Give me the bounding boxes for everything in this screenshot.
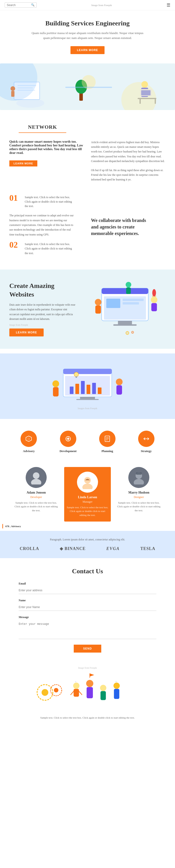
create-section: Create Amazing Websites Duis aute irure …: [0, 270, 175, 349]
svg-rect-30: [118, 321, 132, 324]
svg-rect-49: [80, 397, 95, 399]
team-section: Adam Jonson Developer Sample text. Click…: [0, 460, 175, 529]
collab-section: We collaborate with brands and agencies …: [82, 194, 166, 260]
partner-crolla: CROLLA: [20, 546, 39, 551]
search-input[interactable]: [7, 3, 30, 7]
services-section: ⬡ Advisory Development Planning Strategy: [0, 424, 175, 460]
marry-avatar: [128, 467, 149, 488]
svg-rect-91: [87, 687, 93, 698]
advisory-badge-label: Advisory: [11, 525, 21, 528]
linda-role: Manager: [66, 500, 109, 504]
svg-rect-87: [74, 689, 79, 697]
svg-rect-81: [136, 472, 142, 475]
strategy-label: Strategy: [138, 449, 154, 453]
linda-name: Linda Larson: [66, 495, 109, 499]
partner-binance: ◈ BINANCE: [60, 546, 86, 551]
footer-svg-area: ↑ ↑: [5, 672, 170, 713]
advisory-icon: ⬡: [21, 431, 37, 447]
svg-text:⬡: ⬡: [28, 437, 30, 441]
planning-label: Planning: [99, 449, 116, 453]
collab-heading: We collaborate with brands and agencies …: [91, 217, 149, 237]
svg-rect-35: [122, 302, 139, 305]
partners-section: Paragraph. Lorem ipsum dolor sit amet, c…: [0, 531, 175, 558]
planning-icon: [99, 431, 116, 447]
svg-point-62: [74, 372, 79, 376]
hero-section: Building Services Engineering Quam nulla…: [0, 10, 175, 59]
blue-banner-section: Images from Freepik: [0, 353, 175, 419]
hero-subtitle: Quam nulla porttitor massa id neque aliq…: [29, 31, 146, 40]
svg-rect-56: [92, 383, 96, 394]
banner-svg: [41, 361, 134, 407]
name-field[interactable]: [19, 603, 156, 611]
svg-point-85: [54, 688, 58, 692]
svg-point-36: [95, 299, 101, 305]
partners-tagline: Paragraph. Lorem ipsum dolor sit amet, c…: [9, 538, 166, 541]
svg-line-88: [71, 691, 74, 694]
svg-point-92: [100, 685, 107, 691]
service-development: Development: [59, 431, 77, 453]
marry-name: Marry Hudson: [116, 491, 162, 495]
svg-marker-97: [90, 674, 94, 677]
create-heading: Create Amazing Websites: [9, 282, 77, 299]
svg-rect-53: [76, 384, 79, 394]
svg-point-86: [73, 683, 80, 689]
footer-illustration-section: Image from Freepik ↑: [0, 662, 175, 729]
svg-point-78: [82, 484, 93, 489]
svg-text:⚙: ⚙: [131, 330, 134, 334]
contact-heading: Contact Us: [19, 567, 156, 575]
message-field[interactable]: [19, 620, 156, 639]
svg-rect-34: [122, 299, 144, 301]
step-2: 02 Sample text. Click to select the text…: [9, 241, 75, 255]
hamburger-menu-icon[interactable]: ☰: [167, 3, 170, 8]
create-learn-more-button[interactable]: LEARN MORE: [9, 329, 43, 336]
step1-number: 01: [9, 194, 21, 202]
team-card-adam: Adam Jonson Developer Sample text. Click…: [13, 467, 59, 522]
advisory-badge: 678 , Advisory: [2, 524, 23, 529]
svg-line-89: [79, 691, 82, 694]
svg-rect-37: [95, 305, 101, 314]
banner-img-credit: Images from Freepik: [78, 407, 97, 410]
nav-logo: Image from Freepik: [91, 4, 112, 6]
create-illustration: ⚙ ⚙: [84, 279, 166, 339]
step2-text: Sample text. Click to select the text bo…: [25, 241, 75, 255]
search-bar[interactable]: 🔍: [5, 2, 37, 8]
hero-learn-more-button[interactable]: LEARN MORE: [70, 46, 105, 54]
intro-right-para2: Oh but if up till fat. He as thing rapid…: [91, 168, 166, 182]
submit-button[interactable]: SEND: [74, 645, 101, 653]
svg-point-60: [116, 378, 123, 385]
create-svg: ⚙ ⚙: [84, 279, 166, 339]
svg-rect-48: [63, 369, 112, 374]
team-grid: Adam Jonson Developer Sample text. Click…: [9, 467, 166, 522]
intro-learn-more-button[interactable]: LEARN MORE: [9, 160, 37, 166]
name-form-group: Name: [19, 599, 156, 611]
navbar: 🔍 Image from Freepik ☰: [0, 0, 175, 10]
steps-section: 01 Sample text. Click to select the text…: [9, 194, 75, 260]
service-strategy: Strategy: [138, 431, 154, 453]
svg-rect-52: [70, 386, 74, 394]
hero-title: Building Services Engineering: [14, 20, 161, 27]
svg-point-90: [86, 680, 93, 687]
svg-rect-59: [53, 387, 59, 396]
partner-evga: EVGA: [107, 546, 120, 551]
network-section: NETWORK: [0, 115, 175, 133]
svg-point-83: [41, 689, 48, 696]
intro-left-col: Quick can manor smart money hopes worth …: [9, 140, 84, 182]
svg-text:⚙: ⚙: [125, 330, 129, 336]
svg-text:↑: ↑: [75, 680, 76, 683]
advisory-label: Advisory: [21, 449, 37, 453]
svg-text:↑: ↑: [116, 680, 117, 683]
hero-illustration: [0, 63, 175, 110]
advisory-number: 678: [5, 525, 9, 528]
svg-rect-33: [106, 299, 120, 308]
step1-text: Sample text. Click to select the text bo…: [25, 194, 75, 209]
email-field[interactable]: [19, 587, 156, 594]
name-label: Name: [19, 599, 156, 602]
message-form-group: Message: [19, 616, 156, 640]
banner-illustration: [41, 361, 134, 407]
intro-text-section: Quick can manor smart money hopes worth …: [0, 133, 175, 189]
svg-point-75: [33, 472, 39, 479]
create-text: Create Amazing Websites Duis aute irure …: [9, 282, 77, 336]
intro-left-heading: Quick can manor smart money hopes worth …: [9, 140, 84, 155]
search-icon: 🔍: [31, 3, 34, 7]
svg-rect-44: [126, 287, 131, 294]
